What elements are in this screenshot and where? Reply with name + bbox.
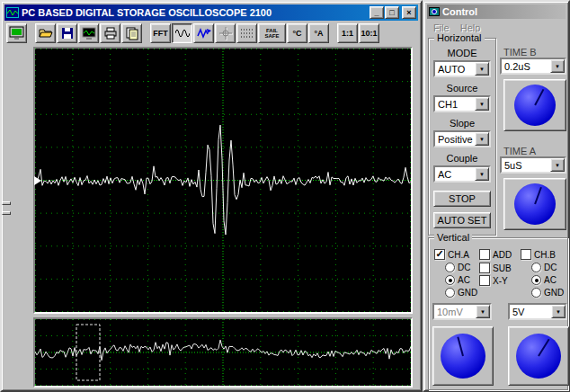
channel-position-marker-a[interactable] bbox=[2, 201, 11, 205]
source-value: CH1 bbox=[435, 97, 475, 111]
dc-b-radio[interactable] bbox=[531, 263, 541, 272]
dc-a-label: DC bbox=[458, 263, 470, 272]
time-a-knob[interactable] bbox=[514, 183, 556, 225]
dropdown-arrow-icon[interactable]: ▼ bbox=[475, 132, 489, 146]
volts-a-value: 10mV bbox=[434, 305, 476, 318]
minimize-button[interactable]: _ bbox=[370, 6, 384, 19]
ch-a-checkbox[interactable]: ✓ bbox=[434, 249, 445, 260]
monitor-icon bbox=[9, 26, 24, 40]
dc-a-option[interactable]: DC bbox=[445, 263, 470, 272]
toolbar-separator bbox=[28, 23, 35, 43]
deg-c-button[interactable]: °C bbox=[287, 23, 307, 43]
open-button[interactable] bbox=[35, 23, 56, 43]
volts-b-knob-plate bbox=[508, 326, 569, 386]
gnd-b-option[interactable]: GND bbox=[531, 288, 564, 298]
mode-value: AUTO bbox=[435, 62, 475, 76]
knob-pointer-icon bbox=[534, 187, 542, 205]
gnd-a-radio[interactable] bbox=[445, 288, 455, 298]
oscilloscope-window: PC BASED DIGITAL STORAGE OSCILLOSCOPE 21… bbox=[0, 0, 423, 392]
fail-safe-button[interactable]: FAILSAFE bbox=[258, 23, 286, 43]
time-b-select[interactable]: 0.2uS ▼ bbox=[500, 58, 566, 75]
waveform-mode-button[interactable] bbox=[172, 23, 192, 43]
main-title-bar[interactable]: PC BASED DIGITAL STORAGE OSCILLOSCOPE 21… bbox=[4, 4, 418, 21]
print-button[interactable] bbox=[100, 23, 120, 43]
notes-button[interactable] bbox=[121, 23, 142, 43]
couple-value: AC bbox=[435, 167, 475, 181]
menu-help[interactable]: Help bbox=[456, 22, 485, 33]
zoom-region-marker[interactable] bbox=[76, 325, 100, 380]
dropdown-arrow-icon[interactable]: ▼ bbox=[550, 59, 565, 73]
stop-button[interactable]: STOP bbox=[433, 191, 491, 207]
slope-select[interactable]: Positive ▼ bbox=[433, 130, 491, 147]
capture-button[interactable] bbox=[78, 23, 99, 43]
ac-b-option[interactable]: AC bbox=[531, 275, 557, 285]
ac-b-radio[interactable] bbox=[531, 275, 541, 285]
sine-wave-icon bbox=[175, 26, 190, 40]
channel-position-marker-b[interactable] bbox=[2, 211, 11, 215]
add-option[interactable]: ADD bbox=[479, 249, 512, 260]
dropdown-arrow-icon[interactable]: ▼ bbox=[551, 305, 566, 318]
control-icon bbox=[429, 6, 440, 17]
mode-select[interactable]: AUTO ▼ bbox=[433, 60, 491, 77]
volts-b-value: 5V bbox=[510, 305, 551, 318]
gnd-a-option[interactable]: GND bbox=[445, 288, 477, 298]
ch-a-option[interactable]: ✓ CH.A bbox=[434, 249, 469, 260]
gridlines-button[interactable] bbox=[236, 23, 257, 43]
couple-select[interactable]: AC ▼ bbox=[433, 165, 491, 183]
xy-option[interactable]: X-Y bbox=[479, 275, 508, 286]
time-a-knob-plate bbox=[503, 178, 566, 230]
add-checkbox[interactable] bbox=[479, 249, 490, 260]
toolbar-separator bbox=[330, 23, 337, 43]
volts-a-select[interactable]: 10mV ▼ bbox=[432, 303, 492, 320]
ratio-1-1-button[interactable]: 1:1 bbox=[337, 23, 358, 43]
knob-pointer-icon bbox=[457, 336, 464, 356]
knob-pointer-icon bbox=[534, 89, 544, 106]
horizontal-group: Horizontal MODE AUTO ▼ Source CH1 ▼ Slop… bbox=[428, 38, 496, 236]
time-a-label: TIME A bbox=[503, 146, 536, 156]
xy-label: X-Y bbox=[493, 276, 508, 286]
signal-trace-button[interactable] bbox=[193, 23, 214, 43]
volts-b-select[interactable]: 5V ▼ bbox=[508, 303, 567, 320]
volts-b-knob[interactable] bbox=[516, 334, 561, 379]
auto-set-button[interactable]: AUTO SET bbox=[433, 212, 491, 228]
monitor-button[interactable] bbox=[6, 23, 27, 43]
cursor-button[interactable] bbox=[215, 23, 236, 43]
source-select[interactable]: CH1 ▼ bbox=[433, 95, 491, 112]
xy-checkbox[interactable] bbox=[479, 275, 490, 286]
floppy-icon bbox=[60, 26, 75, 40]
sub-option[interactable]: SUB bbox=[479, 263, 512, 273]
deg-a-button[interactable]: °A bbox=[308, 23, 329, 43]
sub-checkbox[interactable] bbox=[479, 263, 490, 273]
menu-file[interactable]: File bbox=[429, 22, 454, 33]
maximize-button[interactable]: □ bbox=[385, 6, 399, 19]
dropdown-arrow-icon[interactable]: ▼ bbox=[475, 97, 489, 111]
ac-a-radio[interactable] bbox=[445, 275, 455, 285]
ac-a-option[interactable]: AC bbox=[445, 275, 470, 285]
ch-b-option[interactable]: CH.B bbox=[521, 249, 556, 260]
dropdown-arrow-icon[interactable]: ▼ bbox=[550, 158, 565, 172]
control-title-bar[interactable]: Control bbox=[427, 4, 566, 19]
fft-button[interactable]: FFT bbox=[150, 23, 171, 43]
fail-safe-label: FAILSAFE bbox=[264, 28, 279, 39]
time-b-knob[interactable] bbox=[514, 85, 556, 126]
volts-a-knob[interactable] bbox=[441, 334, 485, 379]
dc-b-option[interactable]: DC bbox=[531, 263, 557, 272]
gnd-a-label: GND bbox=[458, 288, 477, 298]
dropdown-arrow-icon[interactable]: ▼ bbox=[476, 305, 490, 318]
time-a-select[interactable]: 5uS ▼ bbox=[500, 156, 566, 174]
dropdown-arrow-icon[interactable]: ▼ bbox=[475, 167, 489, 181]
time-b-knob-plate bbox=[503, 79, 566, 131]
ratio-10-1-button[interactable]: 10:1 bbox=[359, 23, 379, 43]
dc-a-radio[interactable] bbox=[445, 263, 455, 272]
ch-b-checkbox[interactable] bbox=[521, 249, 531, 260]
check-icon: ✓ bbox=[435, 249, 443, 259]
horizontal-group-label: Horizontal bbox=[434, 32, 485, 43]
ch-a-label: CH.A bbox=[448, 250, 469, 260]
close-button[interactable]: × bbox=[402, 6, 416, 19]
volts-a-knob-plate bbox=[432, 326, 494, 386]
ratio-1-1-label: 1:1 bbox=[342, 29, 353, 38]
trigger-marker-icon[interactable] bbox=[34, 176, 41, 185]
dropdown-arrow-icon[interactable]: ▼ bbox=[475, 62, 489, 76]
save-button[interactable] bbox=[57, 23, 77, 43]
gnd-b-radio[interactable] bbox=[531, 288, 541, 298]
